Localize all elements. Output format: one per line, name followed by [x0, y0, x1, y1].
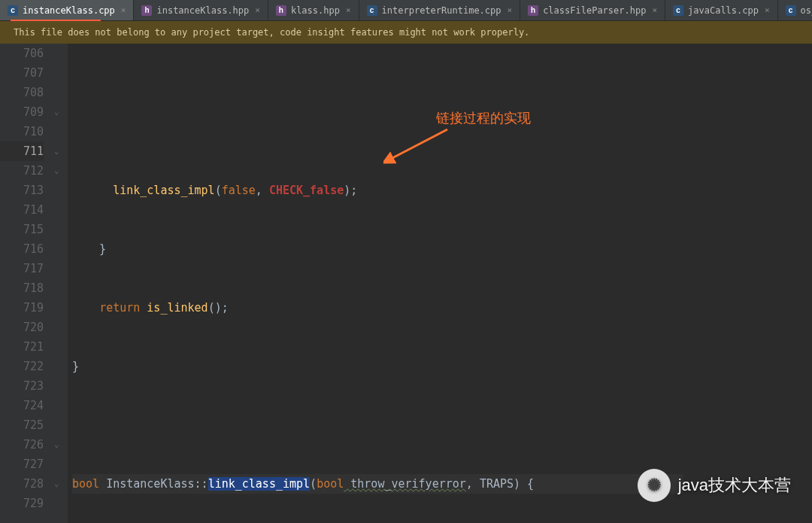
cpp-file-icon: c — [8, 5, 18, 16]
fold-cell[interactable] — [53, 278, 68, 298]
fold-cell[interactable] — [53, 376, 68, 396]
tab-label: javaCalls.cpp — [688, 5, 759, 16]
editor-tab[interactable]: cjavaCalls.cpp× — [665, 0, 778, 20]
editor-tab[interactable]: hklass.hpp× — [268, 0, 359, 20]
fold-cell[interactable] — [53, 494, 68, 513]
code-line[interactable]: } — [72, 239, 683, 259]
cpp-file-icon: c — [673, 5, 683, 16]
fold-cell[interactable] — [53, 357, 68, 376]
close-icon[interactable]: × — [346, 5, 351, 15]
code-line[interactable]: return is_linked(); — [72, 298, 683, 318]
line-number: 727 — [0, 455, 44, 474]
fold-cell[interactable]: ⌄ — [53, 161, 68, 181]
code-area[interactable]: 链接过程的实现 link_class_impl(false, CHECK_fal… — [68, 44, 683, 523]
line-number: 711 — [0, 141, 44, 161]
line-number: 722 — [0, 357, 44, 376]
code-line[interactable] — [72, 415, 683, 435]
close-icon[interactable]: × — [121, 5, 126, 15]
line-number: 710 — [0, 122, 44, 141]
fold-cell[interactable] — [53, 455, 68, 474]
tab-label: os_bsd.cpp — [801, 5, 812, 16]
annotation-arrow — [383, 126, 451, 164]
fold-cell[interactable] — [53, 337, 68, 357]
line-number: 709 — [0, 102, 44, 122]
editor-tab[interactable]: cos_bsd.cpp× — [778, 0, 812, 20]
line-number: 719 — [0, 298, 44, 318]
close-icon[interactable]: × — [652, 5, 657, 15]
hpp-file-icon: h — [276, 5, 286, 16]
fold-end-icon[interactable]: ⌄ — [54, 102, 59, 122]
line-number: 714 — [0, 200, 44, 220]
line-number: 725 — [0, 415, 44, 435]
fold-start-icon[interactable]: ⌄ — [54, 161, 59, 181]
tab-label: classFileParser.hpp — [543, 5, 646, 16]
line-number: 720 — [0, 318, 44, 337]
tab-label: klass.hpp — [291, 5, 340, 16]
close-icon[interactable]: × — [765, 5, 770, 15]
fold-start-icon[interactable]: ⌄ — [54, 141, 59, 161]
fold-cell[interactable] — [53, 181, 68, 200]
line-number: 721 — [0, 337, 44, 357]
code-editor[interactable]: 7067077087097107117127137147157167177187… — [0, 44, 812, 523]
line-number: 726 — [0, 435, 44, 455]
line-number: 728 — [0, 474, 44, 494]
editor-tab[interactable]: cinstanceKlass.cpp× — [0, 0, 134, 20]
hpp-file-icon: h — [141, 5, 152, 16]
fold-gutter[interactable]: ⌄⌄⌄⌄⌄ — [53, 44, 68, 523]
tab-label: instanceKlass.hpp — [156, 5, 249, 16]
fold-cell[interactable]: ⌄ — [53, 141, 68, 161]
tab-label: interpreterRuntime.cpp — [382, 5, 501, 16]
line-number: 724 — [0, 396, 44, 415]
editor-tab-bar: cinstanceKlass.cpp×hinstanceKlass.hpp×hk… — [0, 0, 812, 21]
fold-cell[interactable]: ⌄ — [53, 435, 68, 455]
watermark-text: java技术大本营 — [678, 474, 791, 497]
editor-tab[interactable]: hinstanceKlass.hpp× — [134, 0, 268, 20]
fold-cell[interactable]: ⌄ — [53, 102, 68, 122]
fold-cell[interactable] — [53, 83, 68, 102]
line-number: 717 — [0, 259, 44, 278]
warning-text: This file does not belong to any project… — [14, 27, 529, 38]
line-number: 708 — [0, 83, 44, 102]
hpp-file-icon: h — [528, 5, 538, 16]
fold-start-icon[interactable]: ⌄ — [54, 474, 59, 494]
line-number-gutter: 7067077087097107117127137147157167177187… — [0, 44, 53, 523]
line-number: 707 — [0, 63, 44, 83]
fold-cell[interactable] — [53, 298, 68, 318]
fold-cell[interactable]: ⌄ — [53, 474, 68, 494]
fold-cell[interactable] — [53, 318, 68, 337]
code-line[interactable]: bool InstanceKlass::link_class_impl(bool… — [72, 474, 683, 494]
line-number: 716 — [0, 239, 44, 259]
context-warning-bar: This file does not belong to any project… — [0, 21, 812, 44]
active-tab-underline — [11, 20, 101, 21]
fold-cell[interactable] — [53, 239, 68, 259]
code-line[interactable]: link_class_impl(false, CHECK_false); — [72, 181, 683, 200]
close-icon[interactable]: × — [255, 5, 260, 15]
cpp-file-icon: c — [367, 5, 377, 16]
line-number: 706 — [0, 44, 44, 63]
line-number: 713 — [0, 181, 44, 200]
line-number: 712 — [0, 161, 44, 181]
fold-cell[interactable] — [53, 122, 68, 141]
line-number: 723 — [0, 376, 44, 396]
fold-cell[interactable] — [53, 44, 68, 63]
line-number: 729 — [0, 494, 44, 513]
annotation-label: 链接过程的实现 — [436, 108, 531, 128]
svg-line-0 — [389, 129, 447, 160]
close-icon[interactable]: × — [508, 5, 513, 15]
fold-cell[interactable] — [53, 415, 68, 435]
wechat-icon: ✺ — [638, 469, 671, 502]
cpp-file-icon: c — [786, 5, 796, 16]
watermark: ✺ java技术大本营 — [638, 469, 791, 502]
selection[interactable]: link_class_impl — [208, 477, 310, 491]
code-line[interactable]: } — [72, 357, 683, 376]
fold-end-icon[interactable]: ⌄ — [54, 435, 59, 455]
editor-tab[interactable]: cinterpreterRuntime.cpp× — [359, 0, 521, 20]
fold-cell[interactable] — [53, 200, 68, 220]
fold-cell[interactable] — [53, 396, 68, 415]
fold-cell[interactable] — [53, 63, 68, 83]
fold-cell[interactable] — [53, 220, 68, 239]
line-number: 715 — [0, 220, 44, 239]
line-number: 718 — [0, 278, 44, 298]
fold-cell[interactable] — [53, 259, 68, 278]
editor-tab[interactable]: hclassFileParser.hpp× — [520, 0, 665, 20]
